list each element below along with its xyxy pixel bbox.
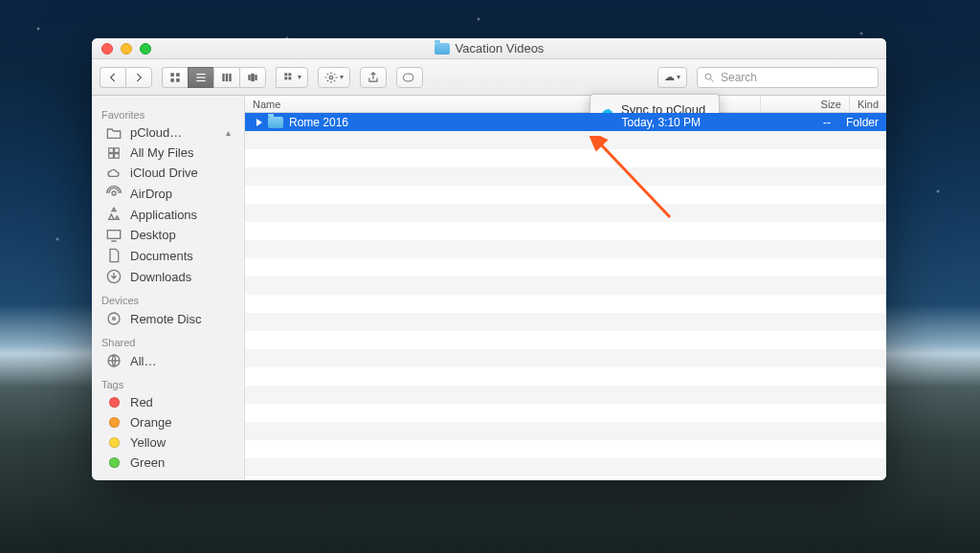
- svg-line-20: [711, 78, 714, 81]
- action-button[interactable]: ▾: [318, 67, 350, 88]
- table-row[interactable]: Rome 2016Today, 3:10 PM--Folder: [245, 113, 886, 131]
- column-view-button[interactable]: [213, 67, 239, 88]
- svg-point-25: [112, 191, 116, 195]
- svg-rect-16: [288, 77, 291, 79]
- apps-icon: [105, 207, 122, 222]
- sidebar-tag-item[interactable]: Green: [92, 453, 244, 473]
- svg-rect-2: [170, 78, 174, 82]
- table-row[interactable]: [245, 149, 886, 167]
- downloads-icon: [105, 269, 122, 284]
- table-row[interactable]: [245, 204, 886, 222]
- column-kind-label: Kind: [858, 99, 879, 110]
- window-controls: [92, 43, 151, 55]
- tags-button[interactable]: [396, 67, 423, 88]
- column-header-kind[interactable]: Kind: [850, 96, 886, 112]
- svg-point-29: [108, 313, 120, 324]
- minimize-window-button[interactable]: [121, 43, 132, 55]
- table-row[interactable]: [245, 186, 886, 204]
- back-button[interactable]: [100, 67, 125, 88]
- sidebar-item-label: Green: [130, 455, 165, 470]
- chevron-down-icon: ▾: [298, 73, 301, 81]
- globe-icon: [105, 353, 122, 368]
- zoom-window-button[interactable]: [140, 43, 151, 55]
- svg-rect-1: [176, 73, 180, 77]
- tag-color-dot: [109, 397, 120, 408]
- forward-button[interactable]: [125, 67, 152, 88]
- sidebar-tag-item[interactable]: Orange: [92, 412, 244, 432]
- disc-icon: [105, 311, 122, 326]
- table-row[interactable]: [245, 167, 886, 186]
- window-title: Vacation Videos: [92, 41, 886, 55]
- svg-rect-23: [109, 153, 114, 158]
- sidebar-item[interactable]: All My Files: [92, 143, 244, 163]
- sidebar-item[interactable]: Documents: [92, 245, 244, 266]
- list-view-button[interactable]: [188, 67, 213, 88]
- arrange-icon: [282, 71, 296, 84]
- sidebar-tag-item[interactable]: Yellow: [92, 432, 244, 453]
- table-row[interactable]: [245, 440, 886, 458]
- table-row[interactable]: [245, 331, 886, 349]
- sidebar-item[interactable]: AirDrop: [92, 183, 244, 204]
- coverflow-view-button[interactable]: [239, 67, 266, 88]
- table-row[interactable]: [245, 349, 886, 367]
- chevron-down-icon: ▾: [677, 73, 680, 81]
- svg-rect-5: [196, 77, 205, 77]
- column-header-size[interactable]: Size: [761, 96, 850, 112]
- cloud-icon: ☁: [664, 71, 675, 83]
- table-row[interactable]: [245, 240, 886, 258]
- window-title-text: Vacation Videos: [456, 41, 545, 55]
- cloud-icon: [105, 166, 122, 180]
- airdrop-icon: [105, 186, 122, 201]
- icon-view-button[interactable]: [162, 67, 188, 88]
- svg-rect-9: [229, 73, 231, 80]
- file-list[interactable]: Rome 2016Today, 3:10 PM--Folder: [245, 113, 886, 480]
- table-row[interactable]: [245, 276, 886, 295]
- tag-color-dot: [109, 457, 120, 468]
- sidebar-item-label: All…: [130, 354, 156, 368]
- sidebar-item[interactable]: iCloud Drive: [92, 163, 244, 183]
- arrange-button[interactable]: ▾: [276, 67, 308, 88]
- table-row[interactable]: [245, 295, 886, 313]
- table-row[interactable]: [245, 131, 886, 149]
- close-window-button[interactable]: [101, 43, 113, 55]
- svg-rect-7: [222, 73, 224, 80]
- svg-rect-12: [255, 75, 256, 80]
- table-row[interactable]: [245, 404, 886, 422]
- chevron-left-icon: [106, 71, 120, 84]
- table-row[interactable]: [245, 422, 886, 440]
- search-placeholder: Search: [721, 71, 757, 84]
- table-row[interactable]: [245, 222, 886, 240]
- pcloud-toolbar-button[interactable]: ☁ ▾: [657, 67, 687, 88]
- table-row[interactable]: [245, 386, 886, 404]
- svg-rect-21: [109, 147, 114, 152]
- table-row[interactable]: [245, 313, 886, 331]
- sidebar-tag-item[interactable]: Red: [92, 392, 244, 412]
- svg-rect-14: [288, 73, 291, 76]
- search-field[interactable]: Search: [697, 67, 879, 88]
- svg-rect-24: [115, 153, 120, 158]
- table-row[interactable]: [245, 258, 886, 276]
- sidebar-item[interactable]: Applications: [92, 204, 244, 225]
- toolbar: ▾ ▾ ☁ ▾ Search ☁ Sync to pCloud: [92, 59, 886, 96]
- table-row[interactable]: [245, 367, 886, 386]
- sidebar-item[interactable]: Desktop: [92, 225, 244, 245]
- sidebar-item[interactable]: pCloud… ▴: [92, 122, 244, 143]
- sidebar-item[interactable]: Downloads: [92, 266, 244, 287]
- disclosure-triangle-icon[interactable]: [256, 119, 262, 126]
- chevron-down-icon: ▾: [340, 73, 344, 81]
- column-header-name[interactable]: Name ˄: [245, 96, 621, 112]
- docs-icon: [105, 248, 122, 263]
- tag-icon: [105, 397, 122, 408]
- file-browser: Name ˄ Date Modified Size Kind Rome 2016…: [245, 96, 886, 480]
- sidebar[interactable]: Favorites pCloud… ▴All My FilesiCloud Dr…: [92, 96, 245, 480]
- share-icon: [367, 71, 380, 84]
- svg-rect-11: [251, 73, 255, 80]
- tag-icon: [105, 417, 122, 428]
- table-row[interactable]: [245, 458, 886, 476]
- sidebar-item[interactable]: Remote Disc: [92, 308, 244, 329]
- titlebar[interactable]: Vacation Videos: [92, 38, 886, 59]
- column-name-label: Name: [253, 99, 280, 110]
- eject-icon[interactable]: ▴: [226, 127, 236, 138]
- sidebar-item[interactable]: All…: [92, 350, 244, 371]
- share-button[interactable]: [360, 67, 387, 88]
